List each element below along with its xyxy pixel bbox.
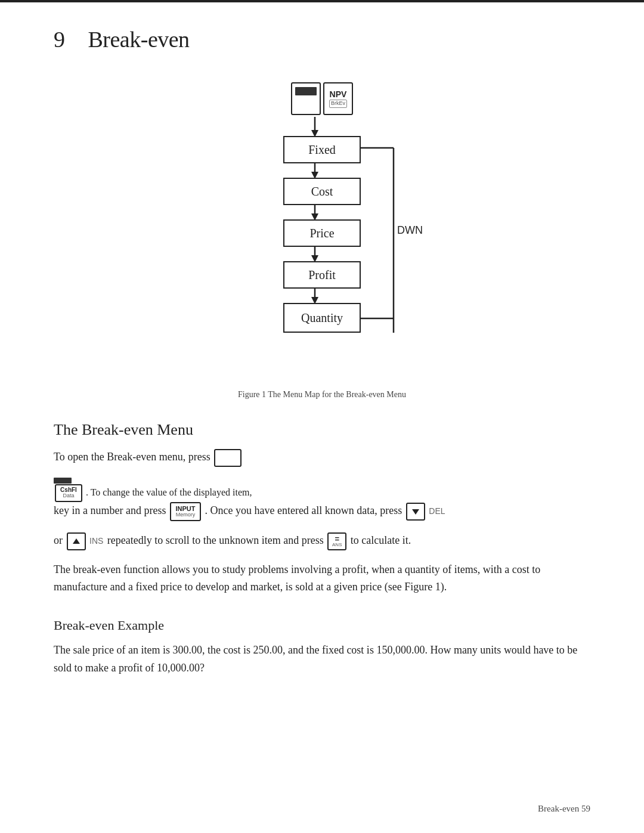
up-arrow-icon [72,537,81,546]
inline-blackbar [54,478,72,484]
flow-box-cost: Cost [283,178,361,205]
dwn-label: DWN [397,224,423,237]
section1-heading: The Break-even Menu [54,421,590,439]
inline-key-eq: = ANS [327,532,346,550]
flow-box-quantity: Quantity [283,303,361,333]
inline-key-cashfl: CshFl Data [55,484,82,502]
para3-text3: to calculate it. [351,534,411,546]
key-blank [291,82,321,115]
section2-heading: Break-even Example [54,618,590,633]
flow-box-price: Price [283,219,361,247]
section1-para3: or INS repeatedly to scroll to the unkno… [54,532,590,550]
chapter-number: 9 [54,27,65,52]
section1-para2: key in a number and press INPUT Memory .… [54,502,590,521]
section2-para: The sale price of an item is 300.00, the… [54,642,590,677]
figure-caption: Figure 1 The Menu Map for the Break-even… [54,390,590,400]
svg-marker-15 [73,538,80,544]
diagram-container: NPV BrkEv Fixed Cost Price DWN Profit [54,76,590,380]
para2-text1: key in a number and press [54,504,169,516]
brkev-text: BrkEv [329,100,347,108]
del-label: DEL [429,506,445,516]
chapter-title: 9 Break-even [54,26,590,52]
para1-text1: To open the Break-even menu, press [54,451,213,463]
inline-key-blank [214,449,242,467]
para3-text2: repeatedly to scroll to the unknown item… [107,534,326,546]
section1-para1: To open the Break-even menu, press [54,448,590,467]
eq-bot: ANS [332,543,342,547]
flow-box-profit: Profit [283,261,361,289]
input-bot: Memory [176,512,196,518]
para3-text1: or [54,534,66,546]
cashr-bot: Data [63,493,74,498]
flow-label-price: Price [309,227,334,240]
key-black-bar [295,87,317,95]
npv-key-group: NPV BrkEv [291,82,353,115]
flow-box-fixed: Fixed [283,136,361,163]
page-footer: Break-even 59 [538,804,590,814]
down-arrow-icon [411,507,420,516]
flow-label-quantity: Quantity [301,311,343,325]
para1-text2: . To change the value of the displayed i… [86,487,252,497]
npv-text: NPV [330,89,347,100]
inline-key-up [67,532,86,550]
footer-text: Break-even 59 [538,804,590,813]
chapter-title-text: Break-even [88,27,190,52]
flow-label-cost: Cost [311,185,333,199]
diagram-wrapper: NPV BrkEv Fixed Cost Price DWN Profit [209,76,435,380]
inline-key-input: INPUT Memory [170,502,201,521]
flow-label-fixed: Fixed [308,143,336,157]
svg-marker-14 [412,509,419,515]
section1-para4: The break-even function allows you to st… [54,561,590,596]
para2-text2: . Once you have entered all known data, … [205,504,404,516]
flow-label-profit: Profit [308,268,336,282]
inline-key-down [406,503,425,521]
page-content: 9 Break-even [0,2,644,724]
key-npv: NPV BrkEv [323,82,353,115]
ins-label: INS [89,536,103,546]
